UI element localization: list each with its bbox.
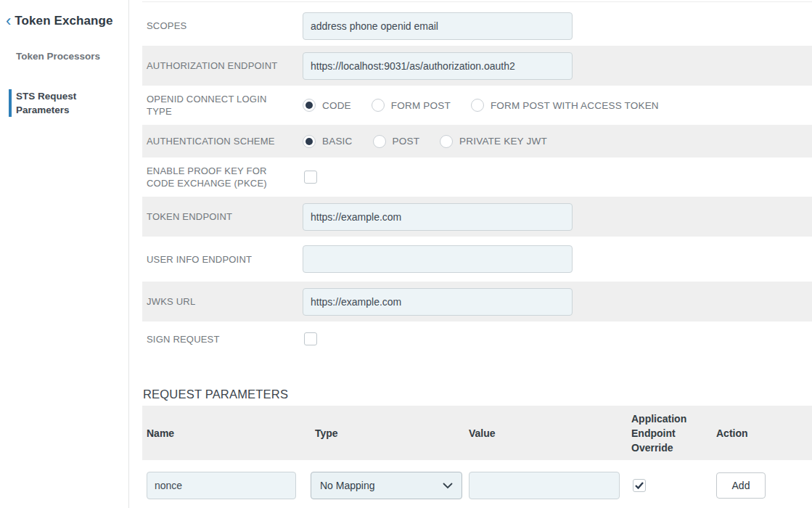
authentication-scheme-radios: BASIC POST PRIVATE KEY JWT [303, 135, 812, 148]
action-cell: Add [712, 472, 812, 499]
sidebar-item-token-processors[interactable]: Token Processors [16, 51, 100, 62]
column-header-application-endpoint-override: Application Endpoint Override [627, 411, 712, 455]
openid-connect-login-type-label: OPENID CONNECT LOGIN TYPE [147, 93, 303, 118]
radio-label: BASIC [322, 136, 353, 147]
request-parameters-title: REQUEST PARAMETERS [143, 388, 812, 401]
radio-option-code[interactable]: CODE [303, 99, 351, 112]
form-row-authentication-scheme: AUTHENTICATION SCHEME BASIC POST PRIVATE… [142, 125, 812, 157]
sign-request-control [303, 332, 812, 345]
checkmark-icon [635, 482, 644, 489]
column-header-name: Name [142, 426, 311, 441]
form-row-scopes: SCOPES [142, 6, 812, 46]
application-endpoint-override-checkbox[interactable] [633, 479, 646, 492]
parameter-name-input[interactable] [147, 472, 296, 499]
scopes-input[interactable] [303, 12, 573, 40]
column-header-type: Type [311, 426, 464, 441]
sign-request-checkbox[interactable] [304, 332, 317, 345]
radio-option-private-key-jwt[interactable]: PRIVATE KEY JWT [440, 135, 547, 148]
form-row-sign-request: SIGN REQUEST [142, 321, 812, 356]
radio-option-form-post-with-access-token[interactable]: FORM POST WITH ACCESS TOKEN [471, 99, 659, 112]
request-parameter-row: No Mapping Add [142, 460, 812, 499]
override-cell [627, 479, 712, 492]
radio-label: PRIVATE KEY JWT [459, 136, 547, 147]
radio-option-form-post[interactable]: FORM POST [372, 99, 451, 112]
radio-icon[interactable] [471, 99, 484, 112]
form-row-jwks-url: JWKS URL [142, 282, 812, 321]
enable-pkce-label: ENABLE PROOF KEY FOR CODE EXCHANGE (PKCE… [147, 165, 303, 189]
form-row-openid-connect-login-type: OPENID CONNECT LOGIN TYPE CODE FORM POST… [142, 86, 812, 125]
scopes-label: SCOPES [147, 20, 303, 32]
parameter-value-input[interactable] [469, 472, 620, 499]
radio-icon[interactable] [440, 135, 453, 148]
radio-label: POST [393, 136, 420, 147]
radio-option-post[interactable]: POST [373, 135, 420, 148]
openid-login-type-radios: CODE FORM POST FORM POST WITH ACCESS TOK… [303, 99, 812, 112]
token-endpoint-control [303, 203, 812, 231]
authorization-endpoint-label: AUTHORIZATION ENDPOINT [147, 60, 303, 72]
parameter-type-select[interactable]: No Mapping [311, 472, 462, 499]
form-row-token-endpoint: TOKEN ENDPOINT [142, 197, 812, 237]
selected-type-value: No Mapping [320, 480, 375, 491]
radio-icon[interactable] [303, 99, 316, 112]
user-info-endpoint-control [303, 245, 812, 273]
enable-pkce-checkbox[interactable] [304, 171, 317, 184]
divider [142, 1, 812, 2]
jwks-url-label: JWKS URL [147, 295, 303, 308]
sidebar: ‹ Token Exchange Token Processors STS Re… [0, 0, 129, 508]
enable-pkce-control [303, 171, 812, 184]
authorization-endpoint-control [303, 52, 812, 80]
radio-label: FORM POST [391, 100, 451, 111]
column-header-action: Action [712, 426, 812, 441]
authorization-endpoint-input[interactable] [303, 52, 573, 80]
form-row-authorization-endpoint: AUTHORIZATION ENDPOINT [142, 46, 812, 86]
jwks-url-control [303, 288, 812, 316]
name-cell [142, 472, 311, 499]
radio-icon[interactable] [373, 135, 386, 148]
sidebar-header: ‹ Token Exchange [6, 13, 113, 29]
radio-icon[interactable] [372, 99, 385, 112]
column-header-value: Value [464, 426, 627, 441]
authentication-scheme-label: AUTHENTICATION SCHEME [147, 135, 303, 147]
token-endpoint-label: TOKEN ENDPOINT [147, 210, 303, 223]
back-chevron-icon[interactable]: ‹ [6, 13, 11, 29]
radio-label: FORM POST WITH ACCESS TOKEN [491, 100, 659, 111]
radio-label: CODE [322, 100, 351, 111]
form-row-enable-pkce: ENABLE PROOF KEY FOR CODE EXCHANGE (PKCE… [142, 157, 812, 197]
form-row-user-info-endpoint: USER INFO ENDPOINT [142, 237, 812, 282]
settings-form: SCOPES AUTHORIZATION ENDPOINT OPENID CON… [130, 0, 812, 356]
request-parameters-table-header: Name Type Value Application Endpoint Ove… [142, 406, 812, 460]
sidebar-item-sts-request-parameters[interactable]: STS Request Parameters [9, 89, 103, 117]
jwks-url-input[interactable] [303, 288, 573, 316]
radio-option-basic[interactable]: BASIC [303, 135, 353, 148]
user-info-endpoint-input[interactable] [303, 245, 573, 273]
scopes-control [303, 12, 812, 40]
radio-icon[interactable] [303, 135, 316, 148]
main-content: SCOPES AUTHORIZATION ENDPOINT OPENID CON… [130, 0, 812, 508]
value-cell [464, 472, 627, 499]
sidebar-title: Token Exchange [15, 14, 112, 28]
token-endpoint-input[interactable] [303, 203, 573, 231]
chevron-down-icon [443, 483, 453, 489]
user-info-endpoint-label: USER INFO ENDPOINT [147, 253, 303, 266]
type-cell: No Mapping [311, 472, 464, 499]
sign-request-label: SIGN REQUEST [147, 333, 303, 345]
add-button[interactable]: Add [716, 472, 766, 499]
